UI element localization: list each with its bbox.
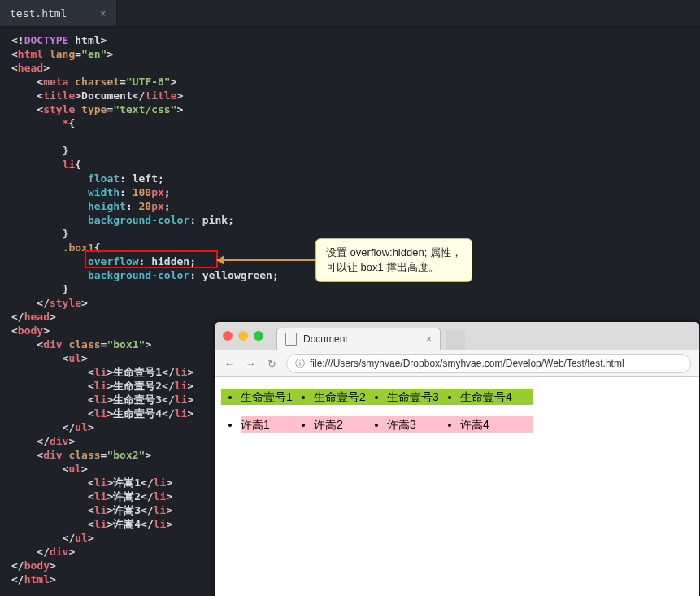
browser-tab-title: Document xyxy=(303,333,348,345)
rendered-box2: 许嵩1 许嵩2 许嵩3 许嵩4 xyxy=(221,416,533,433)
list-item: 生命壹号4 xyxy=(460,389,533,405)
browser-window: Document × ← → ↻ ⓘ file:///Users/smyhvae… xyxy=(215,322,699,596)
list-item: 许嵩4 xyxy=(460,416,533,433)
tab-close-icon[interactable]: × xyxy=(426,333,432,345)
browser-titlebar: Document × xyxy=(215,322,699,350)
nav-forward-icon[interactable]: → xyxy=(244,357,257,370)
window-close-icon[interactable] xyxy=(223,331,233,341)
browser-toolbar: ← → ↻ ⓘ file:///Users/smyhvae/Dropbox/sm… xyxy=(215,350,699,377)
page-icon xyxy=(285,333,297,346)
address-text: file:///Users/smyhvae/Dropbox/smyhvae.co… xyxy=(310,358,624,369)
rendered-box1: 生命壹号1 生命壹号2 生命壹号3 生命壹号4 xyxy=(221,389,533,405)
new-tab-button[interactable] xyxy=(446,330,465,350)
browser-tab[interactable]: Document × xyxy=(276,328,441,350)
close-icon[interactable]: × xyxy=(99,7,106,20)
nav-reload-icon[interactable]: ↻ xyxy=(265,357,278,370)
tab-filename: test.html xyxy=(10,7,67,20)
editor-tab-bar: test.html × xyxy=(0,0,700,27)
window-maximize-icon[interactable] xyxy=(254,331,263,341)
site-info-icon[interactable]: ⓘ xyxy=(295,357,305,371)
browser-viewport: 生命壹号1 生命壹号2 生命壹号3 生命壹号4 许嵩1 许嵩2 许嵩3 许嵩4 … xyxy=(215,377,699,596)
window-minimize-icon[interactable] xyxy=(238,331,248,341)
editor-tab[interactable]: test.html × xyxy=(0,0,117,26)
address-bar[interactable]: ⓘ file:///Users/smyhvae/Dropbox/smyhvae.… xyxy=(286,354,691,373)
nav-back-icon[interactable]: ← xyxy=(223,357,236,370)
window-controls xyxy=(223,331,263,341)
